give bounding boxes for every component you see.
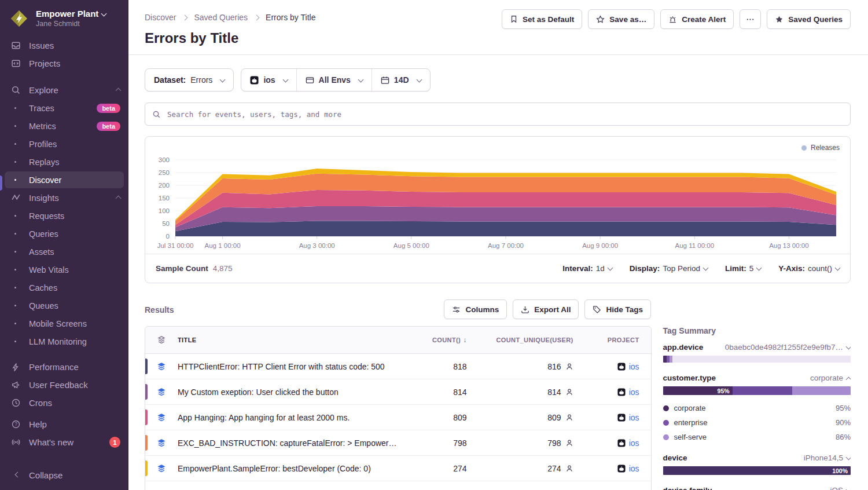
error-title[interactable]: HTTPClientError: HTTP Client Error with … (178, 362, 406, 371)
sidebar-item-projects[interactable]: Projects (0, 54, 128, 72)
column-header-count[interactable]: COUNT()↓ (406, 336, 475, 344)
table-row[interactable]: EXC_BAD_INSTRUCTION: captureFatalError: … (145, 430, 651, 455)
header-actions: Set as Default Save as… Create Alert Sav… (502, 9, 851, 29)
releases-legend[interactable]: Releases (801, 144, 840, 152)
tag-summary-panel: Tag Summary app.device 0baebc0de4982f125… (663, 326, 851, 490)
dataset-selector[interactable]: Dataset: Errors (145, 68, 234, 92)
sidebar-item-issues[interactable]: Issues (0, 36, 128, 54)
tag-section-header[interactable]: device.family iOS (663, 486, 851, 490)
chevron-right-icon (182, 15, 188, 21)
error-title[interactable]: EmpowerPlant.SampleError: bestDeveloper … (178, 464, 406, 473)
save-as-button[interactable]: Save as… (588, 9, 654, 29)
layers-icon[interactable] (145, 362, 178, 371)
sidebar-item-discover[interactable]: Discover (0, 171, 128, 189)
page-filter-group: ios All Envs 14D (241, 68, 430, 92)
breakdown-row: enterprise 90% (663, 415, 851, 430)
sidebar-item-crons[interactable]: Crons (0, 394, 128, 412)
table-row[interactable]: EmpowerPlant.SampleError: bestDeveloper … (145, 455, 651, 481)
project-filter[interactable]: ios (241, 69, 296, 91)
saved-queries-button[interactable]: Saved Queries (767, 9, 851, 29)
count-value: 818 (406, 362, 475, 371)
breadcrumb-saved-queries[interactable]: Saved Queries (194, 13, 248, 22)
count-unique-value: 816 (547, 362, 561, 371)
count-unique-value: 809 (547, 413, 561, 422)
sidebar-item-user-feedback[interactable]: User Feedback (0, 376, 128, 394)
tag-section-header[interactable]: app.device 0baebc0de4982f1255f2e9e9fb7… (663, 343, 851, 352)
count-unique-value: 798 (547, 438, 561, 448)
column-header-count-unique[interactable]: COUNT_UNIQUE(USER) (475, 337, 582, 343)
sidebar-collapse-button[interactable]: Collapse (0, 466, 128, 484)
stacked-area-chart: Releases 050100150200250300Jul 31 00:00A… (145, 137, 850, 254)
layers-icon[interactable] (145, 464, 178, 473)
chevron-down-icon (846, 344, 851, 350)
bullet-icon (14, 305, 16, 306)
sidebar-item-profiles[interactable]: Profiles (0, 135, 128, 153)
layers-icon[interactable] (145, 413, 178, 422)
table-row[interactable]: HTTPClientError: HTTP Client Error with … (145, 354, 651, 379)
bullet-icon (14, 143, 16, 145)
sidebar-item-whats-new[interactable]: What's new 1 (0, 433, 128, 451)
svg-text:Aug 13 00:00: Aug 13 00:00 (769, 242, 808, 249)
error-title[interactable]: App Hanging: App hanging for at least 20… (178, 413, 406, 422)
column-header-title[interactable]: TITLE (178, 337, 406, 343)
layers-icon[interactable] (145, 387, 178, 397)
collapse-chevron-icon (116, 196, 122, 202)
hide-tags-button[interactable]: Hide Tags (584, 299, 651, 319)
project-link[interactable]: ios (629, 438, 639, 448)
column-header-project[interactable]: PROJECT (582, 337, 651, 343)
layers-icon[interactable] (145, 438, 178, 448)
more-actions-button[interactable] (740, 9, 761, 29)
bullet-icon (14, 161, 16, 163)
project-link[interactable]: ios (629, 362, 639, 371)
layers-icon (145, 335, 178, 345)
sidebar-item-performance[interactable]: Performance (0, 358, 128, 376)
sidebar-item-mobile-screens[interactable]: Mobile Screens (0, 315, 128, 332)
sidebar-item-requests[interactable]: Requests (0, 207, 128, 225)
create-alert-button[interactable]: Create Alert (660, 9, 734, 29)
environment-filter[interactable]: All Envs (296, 69, 372, 91)
y-axis-dropdown[interactable]: Y-Axis:count() (778, 264, 840, 273)
interval-dropdown[interactable]: Interval:1d (562, 264, 612, 273)
table-row[interactable]: EmpowerPlant.SampleError: happyCustomer … (145, 481, 651, 490)
sidebar-item-metrics[interactable]: Metrics beta (0, 117, 128, 135)
set-as-default-button[interactable]: Set as Default (502, 9, 582, 29)
display-dropdown[interactable]: Display:Top Period (630, 264, 708, 273)
project-link[interactable]: ios (629, 387, 639, 397)
project-link[interactable]: ios (629, 413, 639, 422)
breadcrumb-discover[interactable]: Discover (145, 13, 176, 22)
error-title[interactable]: My Custom exeption: User clicked the but… (178, 387, 406, 397)
sidebar: Empower Plant Jane Schmidt Issues Projec… (0, 0, 128, 490)
sidebar-group-insights[interactable]: Insights (0, 189, 128, 207)
error-title[interactable]: EXC_BAD_INSTRUCTION: captureFatalError: … (178, 438, 406, 448)
tag-section-header[interactable]: device iPhone14,5 (663, 454, 851, 462)
sidebar-item-queries[interactable]: Queries (0, 225, 128, 243)
sidebar-item-traces[interactable]: Traces beta (0, 99, 128, 117)
app-root: Empower Plant Jane Schmidt Issues Projec… (0, 0, 868, 490)
export-all-button[interactable]: Export All (513, 299, 579, 319)
chevron-down-icon (358, 76, 363, 82)
sidebar-item-help[interactable]: ? Help (0, 415, 128, 433)
sidebar-item-llm-monitoring[interactable]: LLM Monitoring (0, 332, 128, 350)
limit-dropdown[interactable]: Limit:5 (725, 264, 761, 273)
sidebar-item-replays[interactable]: Replays (0, 153, 128, 171)
project-link[interactable]: ios (629, 464, 639, 473)
sidebar-item-caches[interactable]: Caches (0, 279, 128, 297)
org-switcher[interactable]: Empower Plant Jane Schmidt (0, 0, 128, 34)
sort-desc-icon: ↓ (463, 336, 466, 344)
sidebar-item-queues[interactable]: Queues (0, 297, 128, 315)
table-row[interactable]: My Custom exeption: User clicked the but… (145, 379, 651, 404)
tag-section-header[interactable]: customer.type corporate (663, 374, 851, 382)
apple-icon (617, 439, 626, 447)
sidebar-item-web-vitals[interactable]: Web Vitals (0, 261, 128, 279)
table-row[interactable]: App Hanging: App hanging for at least 20… (145, 404, 651, 430)
org-name: Empower Plant (36, 9, 106, 20)
columns-button[interactable]: Columns (444, 299, 507, 319)
svg-text:200: 200 (159, 182, 170, 189)
date-range-filter[interactable]: 14D (372, 69, 430, 91)
search-input[interactable] (166, 109, 843, 119)
legend-dot (663, 405, 669, 411)
sidebar-item-assets[interactable]: Assets (0, 243, 128, 261)
apple-icon (617, 363, 626, 371)
legend-dot (663, 420, 669, 426)
sidebar-group-explore[interactable]: Explore (0, 81, 128, 99)
